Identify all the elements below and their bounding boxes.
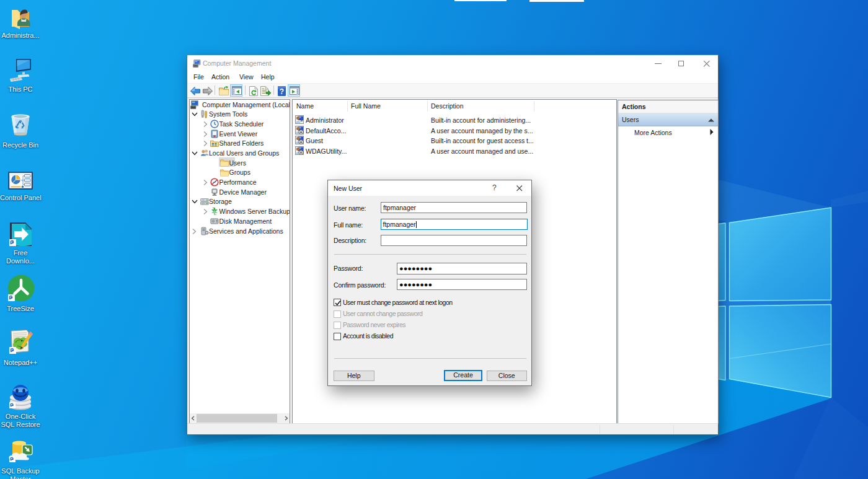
svg-text:?: ? bbox=[280, 87, 284, 96]
